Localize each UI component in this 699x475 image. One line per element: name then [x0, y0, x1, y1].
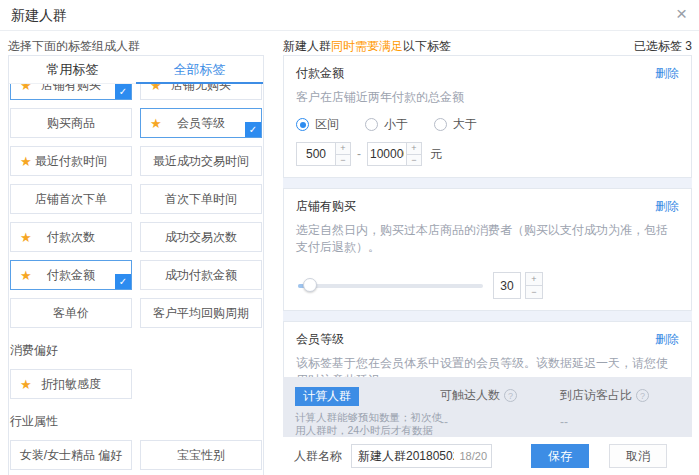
metric-label-row: 可触达人数 ?: [440, 387, 560, 404]
days-input[interactable]: [493, 272, 521, 299]
tag-avg-repurchase-cycle[interactable]: 客户平均回购周期: [140, 298, 262, 328]
grid-filler: [140, 369, 262, 399]
decrement-icon[interactable]: −: [525, 285, 543, 299]
tag-label: 女装/女士精品 偏好: [20, 447, 123, 464]
tag-first-order-time[interactable]: 首次下单时间: [140, 184, 262, 214]
question-icon[interactable]: ?: [504, 389, 517, 402]
tag-success-payment-amount[interactable]: 成功付款金额: [140, 260, 262, 290]
calculate-crowd-button[interactable]: 计算人群: [295, 387, 359, 406]
card-head: 店铺有购买 删除: [296, 198, 679, 215]
star-icon: ★: [20, 155, 32, 168]
card-title: 店铺有购买: [296, 198, 356, 215]
card-head: 付款金额 删除: [296, 65, 679, 82]
selected-tags-panel: 新建人群同时需要满足以下标签 已选标签 3 付款金额 删除 客户在店铺近两年付款…: [283, 38, 692, 475]
store-visitor-ratio-metric: 到店访客占比 ? --: [560, 385, 680, 429]
radio-between[interactable]: 区间: [296, 116, 339, 133]
section-title-consumption: 消费偏好: [10, 342, 262, 359]
amount-range-inputs: + − - + − 元: [296, 142, 679, 166]
tag-member-level[interactable]: ★ 会员等级 ✓: [140, 108, 262, 138]
delete-link[interactable]: 删除: [655, 198, 679, 215]
tag-womens-fashion-pref[interactable]: 女装/女士精品 偏好: [10, 440, 132, 470]
tag-label: 客单价: [53, 305, 89, 322]
dialog-titlebar: 新建人群 ×: [0, 0, 699, 31]
tag-label: 最近付款时间: [35, 153, 107, 170]
reachable-count-metric: 可触达人数 ? --: [440, 385, 560, 429]
star-icon: ★: [20, 231, 32, 244]
crowd-name-label: 人群名称: [294, 448, 342, 465]
tab-all-tags[interactable]: 全部标签: [136, 56, 263, 83]
tag-label: 购买商品: [47, 115, 95, 132]
tag-label: 首次下单时间: [165, 191, 237, 208]
delete-link[interactable]: 删除: [655, 65, 679, 82]
range-separator: -: [357, 147, 361, 161]
amount-max-spinner: + −: [406, 142, 422, 166]
decrement-icon[interactable]: −: [406, 154, 422, 167]
tag-label: 折扣敏感度: [41, 376, 101, 393]
dialog-title: 新建人群: [11, 7, 67, 25]
days-spinner: + −: [525, 272, 543, 299]
tag-label: 店铺首次下单: [35, 191, 107, 208]
calc-note: 计算人群能够预知数量；初次使用人群时，24小时后才有数据: [295, 411, 445, 437]
tag-label: 付款金额: [47, 267, 95, 284]
metric-label: 可触达人数: [440, 387, 500, 404]
metric-value: --: [440, 415, 560, 429]
amount-max-input[interactable]: [367, 142, 407, 166]
selected-count: 已选标签 3: [634, 38, 692, 55]
card-title: 会员等级: [296, 331, 344, 348]
currency-unit: 元: [430, 146, 442, 163]
dialog-footer: 人群名称 18/20 保存 取消: [283, 437, 692, 475]
delete-link[interactable]: 删除: [655, 331, 679, 348]
tab-common-tags[interactable]: 常用标签: [9, 56, 136, 83]
star-icon: ★: [150, 117, 162, 130]
checked-icon: ✓: [115, 84, 131, 99]
card-store-has-purchase: 店铺有购买 删除 选定自然日内，购买过本店商品的消费者（购买以支付成功为准，包括…: [283, 188, 692, 311]
crowd-name-box: 18/20: [351, 444, 492, 468]
radio-label: 小于: [384, 116, 408, 133]
checked-icon: ✓: [245, 122, 261, 137]
radio-less-than[interactable]: 小于: [365, 116, 408, 133]
tag-label: 最近成功交易时间: [153, 153, 249, 170]
create-crowd-dialog: 新建人群 × 选择下面的标签组成人群 常用标签 全部标签 ★ 店铺有购买 ✓ ★: [0, 0, 699, 475]
tag-payment-amount[interactable]: ★ 付款金额 ✓: [10, 260, 132, 290]
increment-icon[interactable]: +: [525, 272, 543, 286]
days-slider[interactable]: [298, 284, 483, 288]
star-icon: ★: [20, 269, 32, 282]
metric-value: --: [560, 415, 680, 429]
star-icon: ★: [20, 378, 32, 391]
tag-last-success-trade-time[interactable]: 最近成功交易时间: [140, 146, 262, 176]
radio-icon: [434, 118, 447, 131]
question-icon[interactable]: ?: [636, 389, 649, 402]
tag-label: 付款次数: [47, 229, 95, 246]
checked-icon: ✓: [115, 274, 131, 289]
tag-avg-order-value[interactable]: 客单价: [10, 298, 132, 328]
radio-label: 大于: [453, 116, 477, 133]
tag-discount-sensitivity[interactable]: ★ 折扣敏感度: [10, 369, 132, 399]
metric-label: 到店访客占比: [560, 387, 632, 404]
amount-min-input[interactable]: [296, 142, 336, 166]
radio-label: 区间: [315, 116, 339, 133]
radio-greater-than[interactable]: 大于: [434, 116, 477, 133]
tag-list-viewport: ★ 店铺有购买 ✓ ★ 店铺无购买 购买商品 ★ 会员等级 ✓: [9, 70, 263, 475]
save-button[interactable]: 保存: [531, 444, 589, 468]
decrement-icon[interactable]: −: [335, 154, 351, 167]
tag-store-first-order[interactable]: 店铺首次下单: [10, 184, 132, 214]
days-slider-row: + −: [296, 272, 679, 299]
crowd-name-input[interactable]: [352, 448, 456, 464]
slider-handle[interactable]: [303, 278, 317, 292]
tag-label: 会员等级: [177, 115, 225, 132]
tag-label: 客户平均回购周期: [153, 305, 249, 322]
card-description: 客户在店铺近两年付款的总金额: [296, 89, 679, 106]
tag-label: 成功付款金额: [165, 267, 237, 284]
cancel-button[interactable]: 取消: [609, 444, 667, 468]
close-icon[interactable]: ×: [676, 4, 687, 24]
tag-purchased-goods[interactable]: 购买商品: [10, 108, 132, 138]
header-text: 新建人群同时需要满足以下标签: [283, 38, 451, 55]
days-value-group: + −: [493, 272, 543, 299]
calc-summary-bar: 计算人群 计算人群能够预知数量；初次使用人群时，24小时后才有数据 可触达人数 …: [283, 377, 692, 437]
tag-baby-gender[interactable]: 宝宝性别: [140, 440, 262, 470]
tag-success-trade-count[interactable]: 成功交易次数: [140, 222, 262, 252]
tag-payment-count[interactable]: ★ 付款次数: [10, 222, 132, 252]
tag-tabs: 常用标签 全部标签: [9, 56, 263, 84]
tag-last-payment-time[interactable]: ★ 最近付款时间: [10, 146, 132, 176]
tag-label: 宝宝性别: [177, 447, 225, 464]
